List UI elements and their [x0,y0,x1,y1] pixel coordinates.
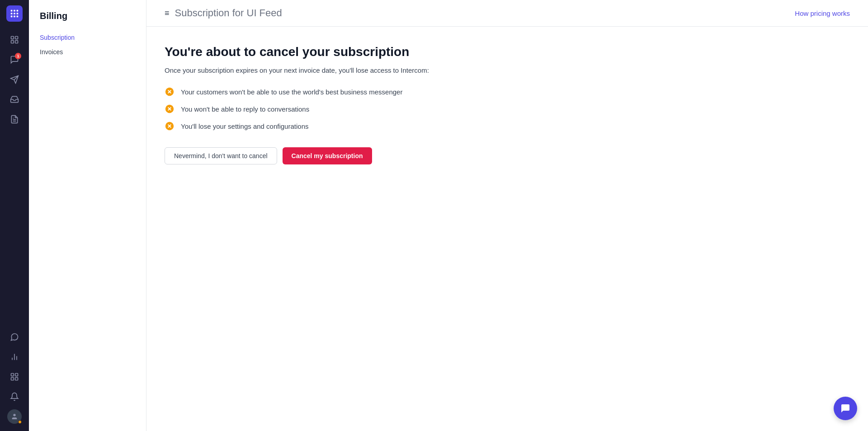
sidebar-item-subscription[interactable]: Subscription [29,30,146,45]
icon-sidebar: 1 [0,0,29,431]
svg-rect-3 [11,13,13,14]
svg-rect-0 [11,10,13,12]
avatar[interactable] [5,408,24,426]
svg-rect-6 [11,16,13,18]
chat-bubble[interactable] [834,397,857,420]
svg-rect-22 [11,378,14,380]
svg-rect-23 [15,378,18,380]
chat-support-icon[interactable] [5,328,24,346]
action-buttons: Nevermind, I don't want to cancel Cancel… [165,147,850,164]
title-suffix: for UI Feed [230,7,282,19]
header-title-area: ≡ Subscription for UI Feed [165,7,282,19]
page-heading: You're about to cancel your subscription [165,45,850,59]
pricing-link[interactable]: How pricing works [795,9,850,17]
warning-text-1: Your customers won't be able to use the … [181,88,402,96]
warning-item-1: Your customers won't be able to use the … [165,87,850,97]
page-description: Once your subscription expires on your n… [165,66,850,74]
svg-rect-11 [11,41,14,43]
svg-rect-9 [11,37,14,39]
svg-rect-10 [15,37,18,39]
reports-icon[interactable] [5,348,24,366]
send-icon[interactable] [5,70,24,89]
contacts-icon[interactable] [5,31,24,49]
svg-rect-2 [17,10,19,12]
main-content: ≡ Subscription for UI Feed How pricing w… [146,0,868,431]
cancel-subscription-button[interactable]: Cancel my subscription [283,147,372,164]
warning-item-3: You'll lose your settings and configurat… [165,121,850,131]
main-header: ≡ Subscription for UI Feed How pricing w… [146,0,868,27]
app-logo[interactable] [6,5,23,22]
title-prefix: Subscription [175,7,230,19]
sidebar-title: Billing [29,11,146,21]
warning-icon-1 [165,87,175,97]
page-body: You're about to cancel your subscription… [146,27,868,183]
warning-text-3: You'll lose your settings and configurat… [181,122,309,130]
svg-point-24 [13,414,15,416]
svg-rect-12 [15,41,18,43]
sidebar-item-invoices[interactable]: Invoices [29,45,146,59]
apps-icon[interactable] [5,368,24,386]
notifications-icon[interactable] [5,388,24,406]
warning-list: Your customers won't be able to use the … [165,87,850,131]
articles-icon[interactable] [5,110,24,128]
warning-text-2: You won't be able to reply to conversati… [181,105,309,113]
messages-icon[interactable]: 1 [5,51,24,69]
svg-rect-1 [14,10,15,12]
svg-rect-7 [14,16,15,18]
warning-icon-3 [165,121,175,131]
svg-rect-5 [17,13,19,14]
inbox-icon[interactable] [5,90,24,108]
warning-icon-2 [165,104,175,114]
page-title: Subscription for UI Feed [175,7,282,19]
svg-rect-8 [17,16,19,18]
menu-icon: ≡ [165,9,170,18]
nevermind-button[interactable]: Nevermind, I don't want to cancel [165,147,277,164]
secondary-sidebar: Billing Subscription Invoices [29,0,146,431]
svg-rect-21 [15,374,18,376]
svg-rect-20 [11,374,14,376]
svg-rect-4 [14,13,15,14]
warning-item-2: You won't be able to reply to conversati… [165,104,850,114]
